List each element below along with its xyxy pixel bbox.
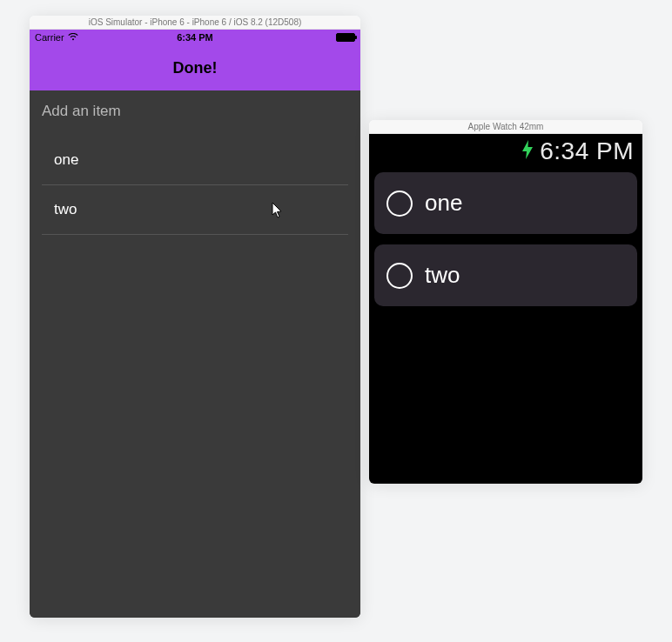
radio-circle-icon — [386, 191, 413, 217]
done-button[interactable]: Done! — [173, 59, 218, 77]
ios-status-bar: Carrier 6:34 PM — [30, 30, 360, 45]
iphone-screen: Carrier 6:34 PM Done! Add an item one tw… — [30, 30, 360, 618]
watch-list-item[interactable]: one — [374, 172, 637, 234]
watch-window-title: Apple Watch 42mm — [369, 120, 642, 134]
watch-item-label: two — [425, 262, 460, 289]
charging-icon — [521, 139, 534, 164]
watch-time: 6:34 PM — [540, 137, 634, 165]
watch-screen: 6:34 PM one two — [369, 134, 642, 484]
watch-simulator-window: Apple Watch 42mm 6:34 PM one two — [369, 120, 642, 484]
nav-bar: Done! — [30, 45, 360, 90]
watch-status-bar: 6:34 PM — [373, 134, 639, 167]
radio-circle-icon — [386, 263, 413, 289]
status-time: 6:34 PM — [30, 32, 360, 43]
watch-item-label: one — [425, 190, 462, 217]
battery-icon — [336, 33, 355, 42]
list-item[interactable]: one — [42, 136, 348, 185]
iphone-content: Add an item one two — [30, 90, 360, 618]
add-item-input[interactable]: Add an item — [30, 90, 360, 136]
iphone-window-title: iOS Simulator - iPhone 6 - iPhone 6 / iO… — [30, 16, 360, 30]
watch-list-item[interactable]: two — [374, 244, 637, 306]
list-item[interactable]: two — [42, 185, 348, 235]
iphone-simulator-window: iOS Simulator - iPhone 6 - iPhone 6 / iO… — [30, 16, 360, 618]
